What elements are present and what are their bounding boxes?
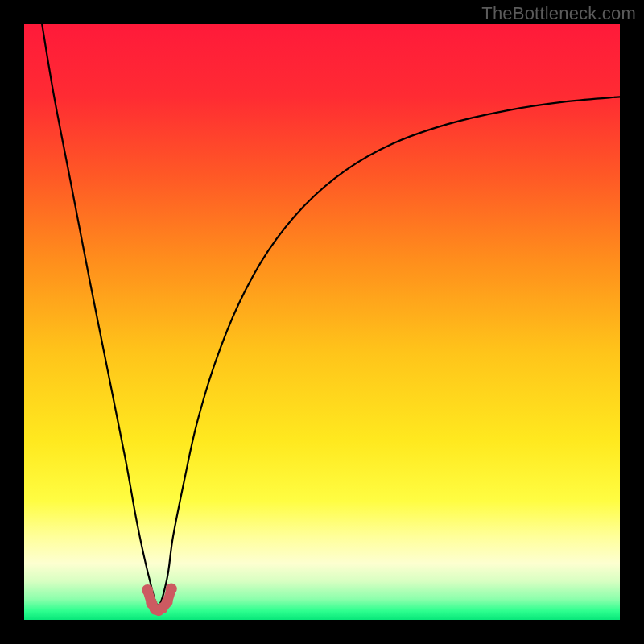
chart-frame: TheBottleneck.com xyxy=(0,0,644,644)
curve-layer xyxy=(24,24,620,620)
bottleneck-marker-connector xyxy=(147,589,171,611)
bottleneck-curve xyxy=(42,24,620,605)
watermark-label: TheBottleneck.com xyxy=(481,3,636,24)
plot-area xyxy=(24,24,620,620)
